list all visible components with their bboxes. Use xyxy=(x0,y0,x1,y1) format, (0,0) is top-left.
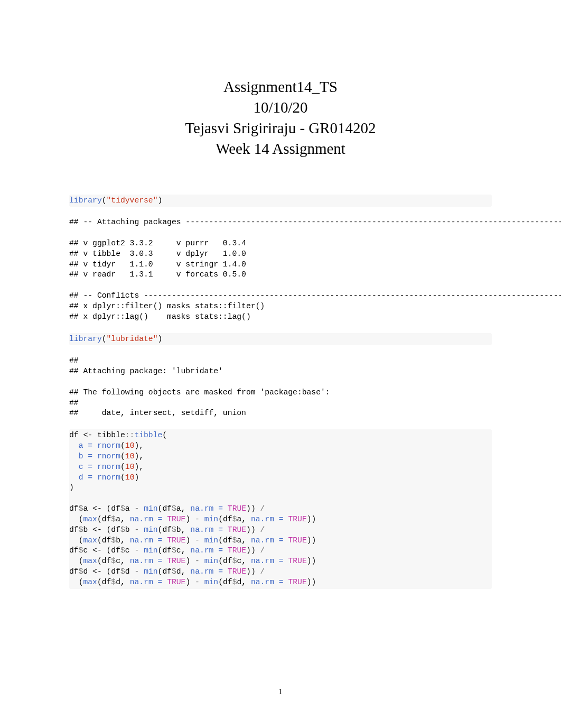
code-token: $ xyxy=(111,536,116,545)
code-token xyxy=(200,557,204,565)
code-token: min xyxy=(144,567,157,576)
code-token: $ xyxy=(172,546,176,555)
code-token: / xyxy=(260,546,265,555)
code-token: TRUE xyxy=(167,557,185,565)
code-token: ) xyxy=(185,578,195,586)
code-token: TRUE xyxy=(288,578,306,586)
code-token: a, xyxy=(176,504,190,513)
code-token: na.rm = xyxy=(130,515,163,523)
code-token: TRUE xyxy=(228,546,246,555)
code-token xyxy=(139,546,144,555)
output-blank xyxy=(69,207,492,217)
code-token: (df xyxy=(218,515,232,523)
code-token: rnorm xyxy=(97,463,120,471)
code-token: $ xyxy=(120,504,125,513)
code-token: (df xyxy=(97,578,111,586)
code-token: ) xyxy=(158,196,163,205)
code-token: (df xyxy=(97,557,111,565)
code-token: max xyxy=(83,578,97,586)
code-token: library xyxy=(69,335,102,343)
code-token: 10 xyxy=(125,473,135,482)
code-token: b <- xyxy=(83,526,101,534)
code-token: max xyxy=(83,557,97,565)
output-lubridate-2: ## Attaching package: 'lubridate' xyxy=(69,366,492,377)
code-token xyxy=(162,515,167,523)
code-token: ( xyxy=(102,196,107,205)
code-token: d, xyxy=(176,567,190,576)
output-blank xyxy=(69,280,492,291)
output-conflict-lag: ## x dplyr::lag() masks stats::lag() xyxy=(69,312,492,322)
output-blank xyxy=(69,228,492,238)
code-token xyxy=(200,515,204,523)
code-token: - xyxy=(134,526,139,534)
code-token: )) xyxy=(307,578,316,586)
code-token: (df xyxy=(97,515,111,523)
code-token: ( xyxy=(69,536,83,545)
code-token: $ xyxy=(172,526,176,534)
code-token: a <- xyxy=(83,504,101,513)
code-token xyxy=(162,557,167,565)
code-token: ), xyxy=(134,463,144,471)
code-token: na.rm = xyxy=(251,557,284,565)
code-token xyxy=(200,578,204,586)
code-token: TRUE xyxy=(288,515,306,523)
code-token: )) xyxy=(246,567,260,576)
code-token: c, xyxy=(116,557,129,565)
code-token: d <- xyxy=(83,567,101,576)
code-token: - xyxy=(134,504,139,513)
code-token: ( xyxy=(69,578,83,586)
code-token: ( xyxy=(120,452,125,460)
code-token: ( xyxy=(162,431,167,439)
output-conflict-filter: ## x dplyr::filter() masks stats::filter… xyxy=(69,301,492,312)
code-token: c = xyxy=(79,463,92,471)
code-token: - xyxy=(134,567,139,576)
code-token xyxy=(92,473,97,482)
code-token: 10 xyxy=(125,463,135,471)
output-blank xyxy=(69,322,492,333)
code-token: 10 xyxy=(125,452,135,460)
code-token: d xyxy=(125,567,135,576)
code-token: df xyxy=(69,526,79,534)
code-token: na.rm = xyxy=(130,557,163,565)
code-token: )) xyxy=(246,526,260,534)
output-lubridate-5: ## date, intersect, setdiff, union xyxy=(69,408,492,419)
code-token: na.rm = xyxy=(190,526,223,534)
code-token: d, xyxy=(116,578,129,586)
code-df-tibble: df <- tibble::tibble( a = rnorm(10), b =… xyxy=(69,429,492,589)
code-token xyxy=(162,536,167,545)
code-token: ( xyxy=(120,463,125,471)
code-token: ( xyxy=(120,473,125,482)
code-token xyxy=(139,567,144,576)
code-token xyxy=(69,473,79,482)
code-token: $ xyxy=(111,578,116,586)
code-token: min xyxy=(204,536,218,545)
code-token: "tidyverse" xyxy=(107,196,158,205)
code-token: min xyxy=(204,578,218,586)
code-token: )) xyxy=(307,515,316,523)
code-token xyxy=(69,452,79,460)
code-token: rnorm xyxy=(97,473,120,482)
code-token: )) xyxy=(307,557,316,565)
code-token: TRUE xyxy=(228,526,246,534)
output-blank xyxy=(69,345,492,356)
code-token: df xyxy=(69,504,79,513)
code-token: max xyxy=(83,515,97,523)
code-token: d = xyxy=(79,473,92,482)
code-token: a, xyxy=(116,515,129,523)
title-line-1: Assignment14_TS xyxy=(69,77,492,97)
code-token: c, xyxy=(237,557,250,565)
output-lubridate-3: ## The following objects are masked from… xyxy=(69,388,492,398)
code-token xyxy=(162,578,167,586)
code-token: b = xyxy=(79,452,92,460)
code-token: df xyxy=(69,546,79,555)
code-token: $ xyxy=(120,567,125,576)
title-line-4: Week 14 Assignment xyxy=(69,139,492,159)
code-token: na.rm = xyxy=(251,578,284,586)
code-token: c, xyxy=(176,546,190,555)
code-token: min xyxy=(204,515,218,523)
code-token: min xyxy=(204,557,218,565)
code-token xyxy=(200,536,204,545)
code-token: rnorm xyxy=(97,441,120,450)
code-token: (df xyxy=(102,567,120,576)
code-token: d, xyxy=(237,578,250,586)
